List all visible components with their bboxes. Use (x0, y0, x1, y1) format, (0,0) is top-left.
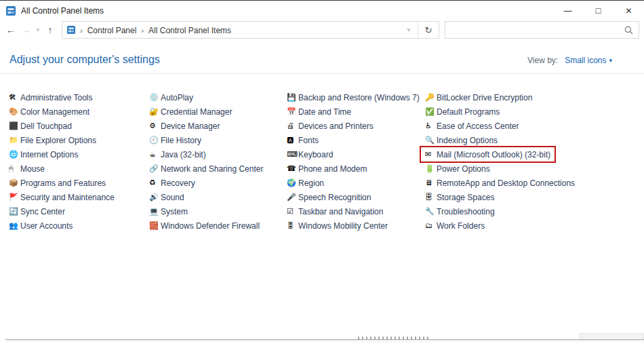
power-options-item[interactable]: 🔋Power Options (425, 162, 490, 176)
item-label: Internet Options (20, 150, 78, 159)
autoplay-item[interactable]: 💿AutoPlay (149, 90, 193, 104)
address-location-icon (67, 26, 75, 34)
firewall-icon: 🧱 (149, 222, 161, 229)
breadcrumb-item[interactable]: All Control Panel Items (148, 26, 231, 35)
default-programs-icon: ✅ (425, 108, 437, 115)
item-label: Java (32-bit) (161, 150, 206, 159)
forward-button[interactable]: → (18, 21, 33, 39)
backup-and-restore-windows-7-item[interactable]: 💾Backup and Restore (Windows 7) (287, 90, 420, 104)
breadcrumb-item[interactable]: Control Panel (87, 26, 137, 35)
item-label: Mail (Microsoft Outlook) (32-bit) (437, 150, 550, 159)
mail-microsoft-outlook-32-bit-item[interactable]: ✉Mail (Microsoft Outlook) (32-bit) (421, 147, 555, 162)
navigation-bar: ← → ˅ ↑ ›Control Panel›All Control Panel… (0, 20, 644, 40)
storage-spaces-item[interactable]: 🗄Storage Spaces (425, 190, 494, 204)
work-folders-item[interactable]: 🗂Work Folders (425, 218, 485, 233)
fonts-item[interactable]: 🅰Fonts (287, 133, 319, 147)
up-button[interactable]: ↑ (43, 21, 58, 39)
user-accounts-item[interactable]: 👥User Accounts (9, 218, 73, 233)
mouse-item[interactable]: 🖱Mouse (9, 162, 45, 176)
control-panel-window: All Control Panel Items — □ ✕ ← → ˅ ↑ ›C… (0, 0, 644, 342)
minimize-button[interactable]: — (552, 1, 583, 20)
speech-recognition-item[interactable]: 🎤Speech Recognition (287, 190, 371, 204)
troubleshooting-item[interactable]: 🔧Troubleshooting (425, 204, 495, 218)
refresh-icon[interactable]: ↻ (418, 25, 439, 35)
system-item[interactable]: 💻System (149, 204, 188, 218)
indexing-options-item[interactable]: 🔍Indexing Options (425, 133, 498, 147)
remoteapp-and-desktop-connections-item[interactable]: 🖥RemoteApp and Desktop Connections (425, 176, 575, 190)
view-by-label: View by: (527, 56, 558, 65)
item-label: AutoPlay (161, 93, 193, 102)
network-and-sharing-center-item[interactable]: 🔗Network and Sharing Center (149, 162, 263, 176)
programs-features-icon: 📦 (9, 179, 20, 187)
sound-icon: 🔊 (149, 193, 161, 201)
file-explorer-options-item[interactable]: 📁File Explorer Options (9, 133, 96, 147)
admin-tools-icon: 🛠 (9, 94, 20, 101)
devices-and-printers-item[interactable]: 🖨Devices and Printers (287, 119, 374, 133)
windows-mobility-center-item[interactable]: 🎛Windows Mobility Center (287, 218, 388, 233)
item-label: Default Programs (437, 107, 500, 117)
date-and-time-item[interactable]: 📅Date and Time (287, 104, 351, 119)
address-dropdown-icon[interactable]: ˅ (400, 26, 418, 33)
item-label: Sound (161, 193, 184, 202)
view-by-dropdown[interactable]: Small icons (565, 56, 606, 65)
history-chevron-icon[interactable]: ˅ (33, 21, 43, 39)
item-label: Devices and Printers (298, 121, 374, 131)
sound-item[interactable]: 🔊Sound (149, 190, 184, 204)
item-label: Mouse (20, 164, 45, 174)
recovery-item[interactable]: ♻Recovery (149, 176, 195, 190)
credential-manager-item[interactable]: 🔐Credential Manager (149, 104, 232, 119)
item-label: File Explorer Options (20, 136, 96, 145)
search-input[interactable] (451, 25, 624, 35)
item-label: Work Folders (437, 221, 485, 231)
work-folders-icon: 🗂 (425, 222, 437, 229)
page-title: Adjust your computer's settings (9, 54, 160, 66)
security-and-maintenance-item[interactable]: 🚩Security and Maintenance (9, 190, 115, 204)
file-history-item[interactable]: 🕘File History (149, 133, 201, 147)
keyboard-icon: ⌨ (287, 151, 298, 158)
speech-recognition-icon: 🎤 (287, 193, 298, 201)
credential-manager-icon: 🔐 (149, 108, 161, 115)
backup-restore-icon: 💾 (287, 94, 298, 101)
header-divider (0, 73, 644, 74)
internet-options-item[interactable]: 🌐Internet Options (9, 147, 78, 162)
address-bar[interactable]: ›Control Panel›All Control Panel Items ˅… (62, 21, 439, 39)
keyboard-item[interactable]: ⌨Keyboard (287, 147, 333, 162)
device-manager-item[interactable]: ⚙Device Manager (149, 119, 220, 133)
windows-defender-firewall-item[interactable]: 🧱Windows Defender Firewall (149, 218, 260, 233)
color-management-icon: 🎨 (9, 108, 20, 115)
back-button[interactable]: ← (3, 21, 18, 39)
region-item[interactable]: 🌍Region (287, 176, 324, 190)
items-column-4: 🔑BitLocker Drive Encryption✅Default Prog… (425, 90, 575, 233)
breadcrumb: ›Control Panel›All Control Panel Items (75, 24, 231, 36)
mobility-center-icon: 🎛 (287, 222, 298, 229)
color-management-item[interactable]: 🎨Color Management (9, 104, 89, 119)
device-manager-icon: ⚙ (149, 122, 161, 130)
network-sharing-icon: 🔗 (149, 165, 161, 172)
items-column-2: 💿AutoPlay🔐Credential Manager⚙Device Mana… (149, 90, 263, 233)
phone-and-modem-item[interactable]: ☎Phone and Modem (287, 162, 367, 176)
search-box[interactable] (445, 21, 639, 39)
sync-center-icon: 🔄 (9, 208, 20, 215)
default-programs-item[interactable]: ✅Default Programs (425, 104, 500, 119)
item-label: Device Manager (161, 121, 220, 131)
autoplay-icon: 💿 (149, 94, 161, 101)
item-label: Speech Recognition (298, 193, 371, 202)
item-label: Security and Maintenance (20, 193, 115, 202)
ease-of-access-center-item[interactable]: ♿Ease of Access Center (425, 119, 519, 133)
breadcrumb-separator-icon: › (141, 26, 144, 35)
taskbar-and-navigation-item[interactable]: ☑Taskbar and Navigation (287, 204, 383, 218)
item-label: Color Management (20, 107, 89, 117)
remoteapp-icon: 🖥 (425, 179, 437, 187)
dell-touchpad-item[interactable]: ⬛Dell Touchpad (9, 119, 72, 133)
bitlocker-drive-encryption-item[interactable]: 🔑BitLocker Drive Encryption (425, 90, 532, 104)
java-32-bit-item[interactable]: ☕Java (32-bit) (149, 147, 206, 162)
maximize-button[interactable]: □ (583, 1, 613, 20)
items-column-3: 💾Backup and Restore (Windows 7)📅Date and… (287, 90, 420, 233)
close-button[interactable]: ✕ (613, 1, 644, 20)
item-label: BitLocker Drive Encryption (437, 93, 532, 102)
sync-center-item[interactable]: 🔄Sync Center (9, 204, 65, 218)
programs-and-features-item[interactable]: 📦Programs and Features (9, 176, 106, 190)
administrative-tools-item[interactable]: 🛠Administrative Tools (9, 90, 93, 104)
power-options-icon: 🔋 (425, 165, 437, 172)
system-icon: 💻 (149, 208, 161, 215)
